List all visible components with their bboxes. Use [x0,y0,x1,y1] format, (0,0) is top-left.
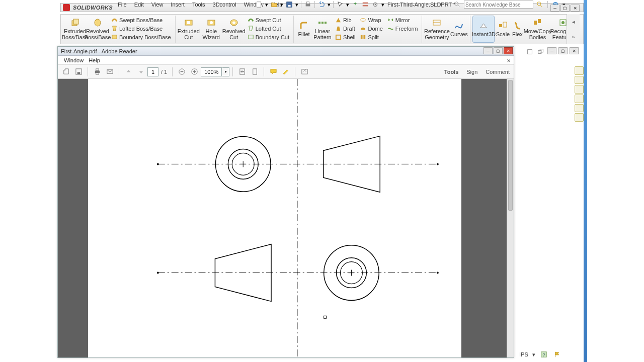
doc-icon-2[interactable] [536,47,545,56]
doc-restore-button[interactable]: ▢ [558,47,568,54]
menu-edit[interactable]: Edit [131,1,147,9]
dome-button[interactable]: Dome [359,24,383,33]
dropdown-icon[interactable]: ▾ [346,2,350,8]
taskpane-appearance-icon[interactable] [575,104,584,113]
new-icon[interactable] [255,0,264,9]
pdf-zoom-out-icon[interactable] [176,66,188,77]
pdf-highlight-icon[interactable] [280,66,292,77]
print-icon[interactable] [303,0,312,9]
status-help-icon[interactable]: ? [539,350,548,359]
pdf-toolbar: / 1 ▾ Tools Sign Comment [58,65,514,79]
options-icon[interactable] [361,0,370,9]
pdf-tools-panel[interactable]: Tools [444,69,459,75]
search-go-icon[interactable] [535,0,544,9]
maximize-button[interactable]: ▢ [560,5,570,12]
settings-icon[interactable] [371,0,380,9]
pdf-print-icon[interactable] [91,66,103,77]
doc-minimize-button[interactable]: ─ [547,47,556,54]
pdf-doc-close-icon[interactable]: × [507,57,511,64]
menu-tools[interactable]: Tools [189,1,208,9]
instant3d-button[interactable]: Instant3D [472,16,495,43]
pdf-scrollbar[interactable] [507,79,514,357]
open-icon[interactable] [270,0,279,9]
doc-close-button[interactable]: ✕ [570,47,579,54]
pdf-sign-panel[interactable]: Sign [466,69,477,75]
menu-file[interactable]: File [115,1,130,9]
pdf-fit-page-icon[interactable] [249,66,261,77]
menu-view[interactable]: View [148,1,167,9]
freeform-button[interactable]: Freeform [386,24,419,33]
mirror-button[interactable]: Mirror [386,16,419,24]
pdf-comment-bubble-icon[interactable] [267,66,279,77]
pdf-zoom-input[interactable] [201,67,222,76]
doc-icon-1[interactable] [525,47,534,56]
dropdown-icon[interactable]: ▾ [381,2,385,8]
pdf-zoom-dropdown-icon[interactable]: ▾ [222,67,229,76]
rib-button[interactable]: Rib [334,16,356,24]
swept-cut-button[interactable]: Swept Cut [247,16,290,24]
lofted-cut-button[interactable]: Lofted Cut [247,24,290,33]
lofted-boss-button[interactable]: Lofted Boss/Base [110,24,172,33]
pdf-page-up-icon[interactable] [122,66,134,77]
hole-wizard-button[interactable]: Hole Wizard [200,16,222,43]
taskpane-view-icon[interactable] [575,95,584,103]
undo-icon[interactable] [317,0,326,9]
reference-geometry-button[interactable]: Reference Geometry [424,16,449,43]
revolved-boss-button[interactable]: Revolved Boss/Base [87,16,109,43]
boundary-boss-button[interactable]: Boundary Boss/Base [110,33,172,41]
ribbon-overflow[interactable]: ◂» [567,14,580,44]
pdf-page-input[interactable] [147,67,158,76]
pdf-fit-width-icon[interactable] [236,66,248,77]
pdf-minimize-button[interactable]: ─ [484,47,493,54]
close-button[interactable]: ✕ [571,5,580,12]
svg-rect-18 [187,21,190,24]
dropdown-icon[interactable]: ▾ [265,2,269,8]
taskpane-home-icon[interactable] [575,66,584,75]
scroll-thumb[interactable] [508,80,513,211]
pdf-read-mode-icon[interactable] [298,66,310,77]
svg-rect-23 [249,35,253,39]
pdf-email-icon[interactable] [104,66,116,77]
flex-button[interactable]: Flex [511,16,524,43]
pdf-export-icon[interactable] [60,66,72,77]
dropdown-icon[interactable]: ▾ [280,2,284,8]
revolved-cut-button[interactable]: Revolved Cut [223,16,245,43]
svg-rect-24 [318,22,320,24]
move-copy-bodies-button[interactable]: Move/Copy Bodies [524,16,550,43]
menu-insert[interactable]: Insert [168,1,188,9]
pdf-zoom-in-icon[interactable] [188,66,200,77]
dropdown-icon[interactable]: ▾ [327,2,331,8]
shell-button[interactable]: Shell [334,33,356,41]
fillet-button[interactable]: Fillet [296,16,312,43]
linear-pattern-button[interactable]: Linear Pattern [312,16,333,43]
split-button[interactable]: Split [359,33,383,41]
swept-boss-button[interactable]: Swept Boss/Base [110,16,172,24]
select-icon[interactable] [336,0,345,9]
draft-button[interactable]: Draft [334,24,356,33]
dropdown-icon[interactable]: ▾ [295,2,299,8]
pdf-menu-help[interactable]: Help [89,57,100,63]
save-icon[interactable] [285,0,294,9]
rebuild-icon[interactable] [351,0,360,9]
pdf-page-down-icon[interactable] [135,66,147,77]
svg-point-62 [437,272,439,274]
wrap-button[interactable]: Wrap [359,16,383,24]
pdf-menu-window[interactable]: Window [64,57,84,63]
pdf-maximize-button[interactable]: ▢ [494,47,503,54]
status-flag-icon[interactable] [552,350,561,359]
curves-button[interactable]: Curves [450,16,468,43]
extruded-boss-button[interactable]: Extruded Boss/Base [64,16,86,43]
taskpane-library-icon[interactable] [575,76,584,84]
taskpane-explorer-icon[interactable] [575,85,584,94]
scale-button[interactable]: Scale [495,16,510,43]
boundary-cut-button[interactable]: Boundary Cut [247,33,290,41]
minimize-button[interactable]: ─ [550,5,559,12]
pdf-comment-panel[interactable]: Comment [486,69,510,75]
svg-point-59 [157,163,159,165]
extruded-cut-button[interactable]: Extruded Cut [178,16,200,43]
pdf-close-button[interactable]: ✕ [504,47,513,54]
search-input[interactable] [464,1,533,9]
menu-3dcontrol[interactable]: 3Dcontrol [210,1,239,9]
taskpane-custom-icon[interactable] [575,113,584,122]
pdf-save-icon[interactable] [72,66,85,77]
